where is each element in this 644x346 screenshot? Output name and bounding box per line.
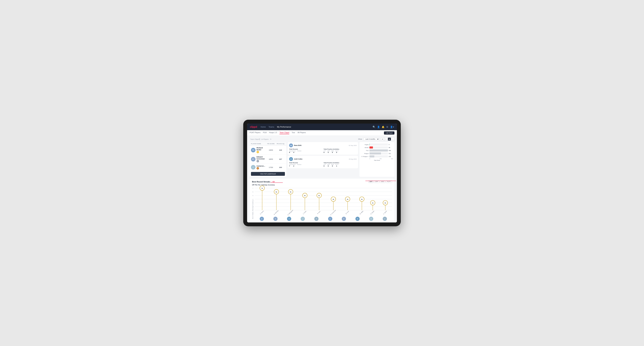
period-select[interactable]: Last 3 months [364, 138, 380, 141]
view-leaderboard-button[interactable]: View Full Leaderboard [251, 172, 285, 176]
nav-home[interactable]: Home [260, 126, 266, 128]
dot-mcherg: B [273, 217, 278, 221]
svg-text:2: 2 [252, 206, 253, 207]
avatar-edward: EC [251, 157, 256, 162]
nav-my-performance[interactable]: My Performance [277, 126, 291, 128]
lb-header: PLAYER NAME PB SCORE PB AVG SQ [250, 142, 286, 146]
bar-value-pars: 499 [389, 150, 393, 151]
filter-ott[interactable]: OTT [368, 180, 374, 183]
dot-ford: B [342, 217, 346, 221]
player-name-rank-2: Edward Crossman 2 [256, 156, 266, 162]
tab-all-players[interactable]: All Players [298, 132, 306, 134]
bar-label-pars: Pars [361, 150, 369, 151]
filter-putt[interactable]: PUTT [386, 180, 392, 183]
svg-text:3x: 3x [384, 202, 386, 204]
list-view-icon[interactable]: ≡ [384, 138, 388, 141]
pb-avg-2: 107 [276, 158, 285, 160]
edit-icon[interactable]: ✏ [270, 138, 272, 140]
table-view-icon[interactable]: ↕ [391, 138, 394, 141]
dot-britt: R [314, 217, 318, 221]
dot-crossman: E [328, 217, 332, 221]
chart-main-area: 7 6 5 4 3 2 1 0 7x [254, 187, 392, 219]
bar-label-dbogeys: D. Bogeys + [361, 156, 369, 157]
filter-arg[interactable]: ARG [380, 180, 385, 183]
avatar-cameron: C [251, 165, 256, 170]
svg-text:5: 5 [252, 195, 253, 196]
subtitle-category: Off The Tee [252, 184, 260, 186]
practice-activities-label-josh: Total Practice Activities [324, 162, 357, 164]
chart-view-icon[interactable]: ▦ [388, 138, 391, 141]
ott-josh: 0 [324, 165, 326, 167]
bar-value-eagles: 3 [389, 144, 393, 145]
rounds-labels-josh: Tournament Practice [289, 164, 322, 165]
nav-teams[interactable]: Teams [268, 126, 274, 128]
app-label: APP [328, 150, 330, 152]
rounds-values: 8 4 [289, 152, 322, 153]
bar-value-dbogeys: 131 [389, 156, 393, 157]
table-row: C Cameron... 3 17/20 103 [250, 164, 286, 171]
view-icons: ⊞ ≡ ▦ ↕ [381, 138, 394, 141]
rank-badge-2: 2 [256, 160, 259, 162]
tab-pga[interactable]: PGA [263, 132, 266, 134]
settings-icon[interactable]: ⚙ [386, 126, 388, 128]
bar-fill-dbogeys [370, 155, 374, 158]
svg-text:6: 6 [252, 191, 253, 193]
svg-text:C. Quick: C. Quick [383, 210, 387, 215]
bar-row-bogeys: Bogeys 311 [361, 152, 393, 155]
ott-rees: 0 [324, 152, 326, 153]
bar-track-pars [370, 149, 388, 152]
putt-josh: 1 [336, 165, 339, 167]
svg-text:3: 3 [252, 202, 253, 204]
dot-quick: C [383, 217, 387, 221]
streaks-chart-svg: 7 6 5 4 3 2 1 0 7x [254, 187, 392, 215]
svg-text:B. McHerg: B. McHerg [274, 210, 279, 215]
filter-app[interactable]: APP [374, 180, 380, 183]
bar-row-pars: Pars 499 [361, 149, 393, 152]
arg-label: ARG [331, 150, 334, 152]
player-avatars-row: E B D J R E B M R C [254, 217, 392, 222]
svg-text:5x: 5x [304, 195, 306, 196]
activity-labels-josh: OTT APP ARG PUTT [324, 164, 357, 165]
svg-text:4: 4 [252, 198, 254, 200]
tablet-frame: clippd Home Teams My Performance 🔍 👤 🔔 ⚙… [243, 120, 401, 226]
svg-text:J. Coles: J. Coles [302, 210, 307, 215]
nav-links: Home Teams My Performance [260, 126, 372, 128]
practice-rounds-josh: 2 [293, 165, 296, 167]
pb-score-3: 17/20 [266, 166, 276, 168]
add-team-button[interactable]: Add Team [384, 131, 394, 135]
tournament-label: Tournament [289, 150, 296, 152]
bar-track-birdies [370, 147, 388, 149]
axis-400: 400 [391, 158, 393, 159]
search-icon[interactable]: 🔍 [372, 126, 376, 128]
practice-label: Practice [297, 150, 301, 152]
streaks-title: Best Round Streaks [252, 181, 270, 183]
practice-activities-label: Total Practice Activities [324, 148, 357, 150]
user-icon[interactable]: 👤 [377, 126, 380, 128]
bar-fill-birdies [370, 147, 373, 149]
tab-pgat-players[interactable]: PGAT Players [250, 132, 260, 134]
pb-avg-3: 103 [276, 166, 285, 168]
player-cards: RB Rees Britt 02 Sep 2023 Total Rounds T… [288, 142, 358, 177]
svg-text:M. Miller: M. Miller [360, 210, 364, 215]
pb-avg-1: 110 [276, 149, 285, 151]
chart-area: Best Streak, Fairway Accuracy [252, 187, 392, 219]
arrow-icon [272, 181, 275, 183]
svg-text:6x: 6x [290, 191, 292, 193]
bar-label-eagles: Eagles [361, 144, 369, 145]
app-rees: 0 [328, 152, 330, 153]
tab-team-clippd[interactable]: Team Clippd [280, 132, 289, 134]
card-name-rees: Rees Britt [294, 145, 302, 146]
profile-icon[interactable]: 👤▾ [390, 126, 394, 128]
avatar-rees: RB [289, 144, 293, 147]
ott-label: OTT [324, 150, 326, 152]
dot-miller: M [356, 217, 360, 221]
svg-text:1: 1 [252, 210, 253, 211]
bar-track-dbogeys [370, 155, 388, 158]
bell-icon[interactable]: 🔔 [382, 126, 384, 128]
tab-tour[interactable]: Tour [292, 132, 295, 134]
tab-hcaps[interactable]: Hcaps 1-5 [269, 132, 277, 134]
bar-fill-pars [370, 149, 388, 152]
grid-view-icon[interactable]: ⊞ [381, 138, 384, 141]
lb-col-avg: PB AVG SQ [276, 143, 285, 145]
pb-score-1: 19/20 [266, 149, 276, 151]
